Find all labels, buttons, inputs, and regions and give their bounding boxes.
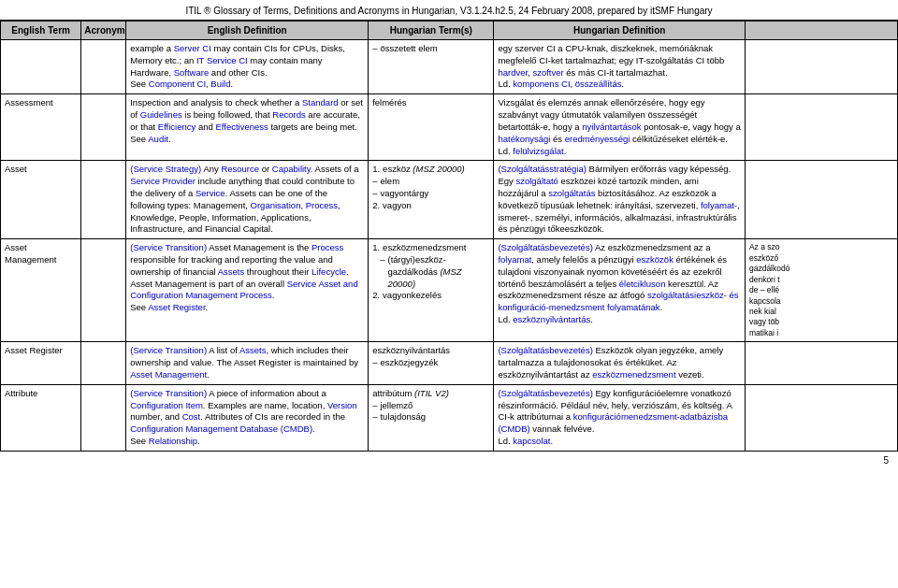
cell-hungarian-term: 1.eszköz (MSZ 20000) –elem –vagyontárgy … [369, 161, 494, 239]
cell-acronym [81, 342, 126, 384]
table-row: Assessment Inspection and analysis to ch… [1, 94, 898, 161]
col-header-acronym: Acronym [81, 22, 126, 40]
cell-hungarian-term: attribútum (ITIL V2) –jellemző –tulajdon… [369, 384, 494, 451]
cell-hungarian-def: egy szerver CI a CPU-knak, diszkeknek, m… [494, 40, 746, 94]
cell-hungarian-def: (Szolgáltatásbevezetés) Egy konfiguráció… [494, 384, 746, 451]
cell-acronym [81, 239, 126, 342]
table-row: Asset Register (Service Transition) A li… [1, 342, 898, 384]
cell-term: Assessment [1, 94, 81, 161]
cell-overflow [745, 40, 897, 94]
cell-term [1, 40, 81, 94]
table-row: Attribute (Service Transition) A piece o… [1, 384, 898, 451]
cell-overflow: Az a szoeszközőgazdálkodódenkori tde – e… [745, 239, 897, 342]
cell-term: Asset [1, 161, 81, 239]
col-header-hungarian-term: Hungarian Term(s) [369, 22, 494, 40]
cell-acronym [81, 94, 126, 161]
cell-hungarian-def: Vizsgálat és elemzés annak ellenőrzésére… [494, 94, 746, 161]
page-number: 5 [0, 452, 898, 469]
table-row: Asset (Service Strategy) Any Resource or… [1, 161, 898, 239]
header-title: ITIL ® Glossary of Terms, Definitions an… [185, 6, 712, 16]
cell-term: Attribute [1, 384, 81, 451]
cell-english-def: (Service Transition) A list of Assets, w… [126, 342, 369, 384]
cell-hungarian-term: felmérés [369, 94, 494, 161]
cell-english-def: (Service Strategy) Any Resource or Capab… [126, 161, 369, 239]
cell-english-def: example a Server CI may contain CIs for … [126, 40, 369, 94]
main-table: English Term Acronym English Definition … [0, 21, 898, 452]
cell-hungarian-def: (Szolgáltatásbevezetés) Az eszközmenedzs… [494, 239, 746, 342]
page-header: ITIL ® Glossary of Terms, Definitions an… [0, 0, 898, 21]
table-row: example a Server CI may contain CIs for … [1, 40, 898, 94]
cell-acronym [81, 384, 126, 451]
table-row: Asset Management (Service Transition) As… [1, 239, 898, 342]
cell-hungarian-term: eszköznyilvántartás –eszközjegyzék [369, 342, 494, 384]
cell-term: Asset Management [1, 239, 81, 342]
col-header-english-def: English Definition [126, 22, 369, 40]
cell-english-def: Inspection and analysis to check whether… [126, 94, 369, 161]
cell-overflow [745, 342, 897, 384]
cell-english-def: (Service Transition) A piece of informat… [126, 384, 369, 451]
cell-hungarian-term: 1.eszközmenedzsment –(tárgyi)eszköz-gazd… [369, 239, 494, 342]
cell-acronym [81, 161, 126, 239]
table-header-row: English Term Acronym English Definition … [1, 22, 898, 40]
cell-hungarian-term: –összetett elem [369, 40, 494, 94]
cell-hungarian-def: (Szolgáltatásbevezetés) Eszközök olyan j… [494, 342, 746, 384]
cell-english-def: (Service Transition) Asset Management is… [126, 239, 369, 342]
cell-hungarian-def: (Szolgáltatásstratégia) Bármilyen erőfor… [494, 161, 746, 239]
col-header-overflow [745, 22, 897, 40]
cell-overflow [745, 384, 897, 451]
col-header-hungarian-def: Hungarian Definition [494, 22, 746, 40]
cell-term: Asset Register [1, 342, 81, 384]
col-header-term: English Term [1, 22, 81, 40]
cell-overflow [745, 94, 897, 161]
cell-overflow [745, 161, 897, 239]
cell-acronym [81, 40, 126, 94]
